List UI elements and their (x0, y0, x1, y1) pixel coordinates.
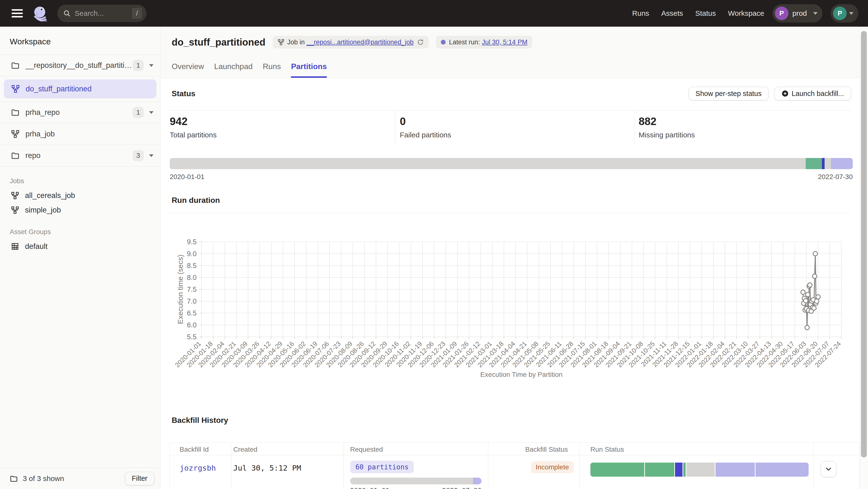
folder-icon (11, 108, 20, 117)
table-header-border (170, 455, 860, 455)
column-header-run-status: Run Status (590, 446, 624, 453)
sidebar-item-label: do_stuff_partitioned (26, 85, 92, 93)
launch-backfill-button[interactable]: Launch backfill... (774, 87, 851, 100)
sidebar-item-repo[interactable]: repo3 (0, 145, 160, 166)
bar-segment (831, 158, 853, 169)
range-start-label: 2020-01-01 (170, 173, 205, 181)
bar-segment (825, 158, 831, 169)
sidebar-item-inner[interactable]: prha_job (0, 123, 160, 145)
sidebar-item-label: repo (26, 151, 40, 160)
stat-value: 882 (639, 115, 851, 127)
item-count-badge: 3 (133, 150, 144, 161)
stat-failed-partitions: 0Failed partitions (395, 110, 634, 144)
tab-partitions[interactable]: Partitions (291, 62, 327, 78)
deployment-switcher[interactable]: P prod (772, 4, 823, 23)
folder-icon (10, 475, 18, 483)
section-label: Asset Groups (0, 228, 160, 239)
svg-text:9.0: 9.0 (187, 250, 197, 258)
requested-start-label: 2020-01-01 (350, 487, 390, 489)
requested-end-label: 2022-07-30 (442, 487, 482, 489)
hamburger-menu-icon[interactable] (12, 9, 23, 18)
latest-run-tag: Latest run: Jul 30, 5:14 PM (436, 36, 532, 48)
sidebar-item-inner[interactable]: repo3 (0, 145, 160, 166)
job-icon (11, 191, 19, 200)
sidebar-sections: Jobsall_cereals_jobsimple_jobAsset Group… (0, 177, 160, 254)
nav-link-workspace[interactable]: Workspace (728, 9, 764, 18)
sidebar-item-label: prha_repo (26, 108, 60, 117)
deployment-label: prod (792, 9, 807, 18)
user-avatar: P (833, 6, 847, 20)
backfill-status-badge: Incomplete (531, 461, 574, 473)
search-input[interactable] (75, 9, 132, 18)
reload-icon[interactable] (417, 39, 424, 45)
nav-links: RunsAssetsStatusWorkspace (632, 9, 764, 18)
chevron-down-icon (813, 12, 817, 15)
stat-value: 942 (170, 115, 395, 127)
caret-down-icon[interactable] (149, 64, 153, 67)
job-icon (11, 130, 20, 138)
bar-segment (170, 158, 806, 169)
folder-icon (11, 61, 20, 70)
sidebar-item-inner[interactable]: prha_repo1 (0, 102, 160, 123)
scrollbar-thumb[interactable] (861, 31, 867, 457)
sidebar-footer: 3 of 3 shown Filter (0, 468, 160, 489)
partition-status-bar[interactable] (170, 158, 853, 169)
latest-run-label: Latest run: (449, 38, 480, 46)
backfill-id-link[interactable]: jozrgsbh (180, 463, 216, 472)
tab-launchpad[interactable]: Launchpad (214, 62, 252, 78)
tab-overview[interactable]: Overview (172, 62, 204, 78)
dagster-logo[interactable] (32, 5, 48, 21)
run-status-bar[interactable] (590, 463, 809, 477)
bar-segment (715, 463, 755, 477)
job-icon (11, 206, 19, 214)
vertical-scrollbar[interactable] (860, 27, 868, 489)
svg-text:5.5: 5.5 (187, 333, 197, 341)
user-menu[interactable]: P (831, 4, 858, 23)
sidebar-item-label: default (25, 242, 48, 251)
filter-button[interactable]: Filter (125, 472, 154, 485)
expand-row-button[interactable] (821, 461, 836, 477)
nav-link-runs[interactable]: Runs (632, 9, 649, 18)
global-search[interactable]: / (57, 5, 147, 22)
job-icon (11, 85, 20, 93)
sidebar-item-prha-repo[interactable]: prha_repo1 (0, 102, 160, 123)
latest-run-link[interactable]: Jul 30, 5:14 PM (482, 38, 528, 46)
nav-link-status[interactable]: Status (695, 9, 716, 18)
job-origin-link[interactable]: __reposi...artitioned@partitioned_job (307, 38, 414, 46)
column-header-created: Created (233, 446, 257, 453)
partitions-content: Status Show per-step status Launch backf… (160, 78, 860, 489)
sidebar-item-label: simple_job (25, 206, 61, 215)
column-header-backfill-id: Backfill Id (180, 446, 209, 453)
sidebar-item-inner[interactable]: __repository__do_stuff_partitio...1 (0, 55, 160, 76)
sidebar-title: Workspace (0, 27, 160, 55)
svg-text:8.5: 8.5 (187, 262, 197, 269)
item-count-badge: 1 (133, 60, 144, 71)
requested-partitions-tag[interactable]: 60 partitions (350, 461, 414, 473)
sidebar-item-prha-job[interactable]: prha_job (0, 123, 160, 145)
backfill-created-cell: Jul 30, 5:12 PM (233, 463, 301, 472)
requested-range-labels: 2020-01-01 2022-07-30 (350, 487, 482, 489)
sidebar-item-inner[interactable]: do_stuff_partitioned (4, 79, 156, 98)
sidebar-item-repository-do-stuff-partitio[interactable]: __repository__do_stuff_partitio...1 (0, 55, 160, 76)
sidebar-item-do-stuff-partitioned[interactable]: do_stuff_partitioned (0, 76, 160, 102)
bar-segment (674, 463, 682, 477)
caret-down-icon[interactable] (149, 154, 153, 157)
job-header: do_stuff_partitioned Job in __reposi...a… (160, 27, 860, 78)
svg-text:7.0: 7.0 (187, 297, 197, 305)
show-per-step-status-button[interactable]: Show per-step status (689, 87, 769, 100)
sidebar-item-all-cereals-job[interactable]: all_cereals_job (0, 188, 160, 203)
stat-total-partitions: 942Total partitions (167, 110, 395, 144)
caret-down-icon[interactable] (149, 111, 153, 114)
sidebar-item-simple-job[interactable]: simple_job (0, 203, 160, 217)
section-label: Jobs (0, 177, 160, 188)
sidebar-item-default[interactable]: default (0, 239, 160, 254)
svg-text:6.0: 6.0 (187, 321, 197, 329)
nav-link-assets[interactable]: Assets (661, 9, 683, 18)
workspace-list: __repository__do_stuff_partitio...1do_st… (0, 55, 160, 166)
item-count-badge: 1 (133, 107, 144, 118)
svg-text:6.5: 6.5 (187, 309, 197, 317)
bar-segment (755, 463, 809, 477)
status-title: Status (172, 89, 195, 98)
bar-segment (590, 463, 644, 477)
tab-runs[interactable]: Runs (263, 62, 281, 78)
